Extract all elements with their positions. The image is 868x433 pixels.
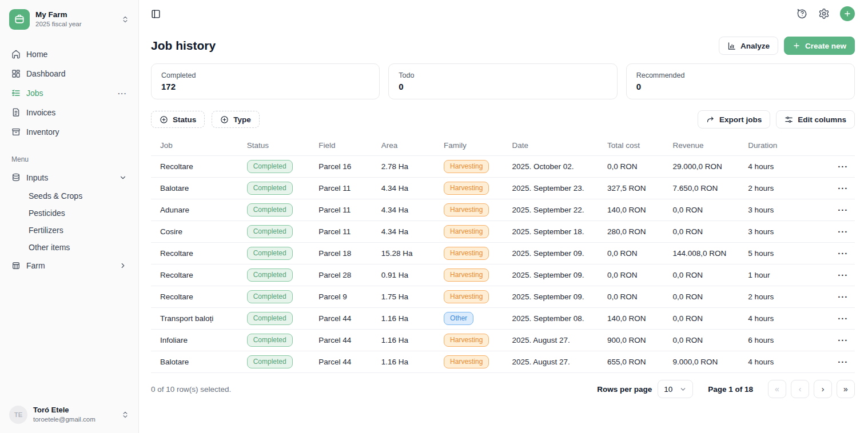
sidebar-item-jobs[interactable]: Jobs ··· <box>7 83 132 103</box>
sidebar-item-home[interactable]: Home <box>7 45 132 64</box>
col-header-field[interactable]: Field <box>309 137 372 156</box>
date-cell: 2025. October 02. <box>503 156 598 178</box>
revenue-cell: 0,0 RON <box>663 330 739 351</box>
table-row[interactable]: Adunare Completed Parcel 11 4.34 Ha Harv… <box>151 199 855 221</box>
status-badge: Completed <box>247 203 293 217</box>
row-actions-button[interactable]: ··· <box>835 247 850 259</box>
next-page-button[interactable]: › <box>814 380 832 398</box>
table-row[interactable]: Cosire Completed Parcel 11 4.34 Ha Harve… <box>151 221 855 243</box>
user-email: toroetele@gmail.com <box>33 415 116 424</box>
user-menu[interactable]: TE Toró Etele toroetele@gmail.com <box>7 402 132 427</box>
sidebar-toggle-button[interactable] <box>151 9 161 19</box>
actions-cell: ··· <box>826 286 855 308</box>
row-actions-button[interactable]: ··· <box>835 182 850 194</box>
stat-label: Todo <box>399 71 607 79</box>
export-jobs-label: Export jobs <box>719 115 762 124</box>
prev-page-button[interactable]: ‹ <box>791 380 809 398</box>
quick-add-button[interactable] <box>840 6 855 21</box>
col-header-total-cost[interactable]: Total cost <box>598 137 663 156</box>
sidebar-item-label: Jobs <box>26 89 112 98</box>
family-badge: Harvesting <box>444 290 489 304</box>
sidebar-item-inventory[interactable]: Inventory <box>7 122 132 142</box>
sidebar-item-fertilizers[interactable]: Fertilizers <box>7 222 132 239</box>
inventory-box-icon <box>11 127 21 137</box>
area-cell: 1.16 Ha <box>372 330 435 351</box>
row-actions-button[interactable]: ··· <box>835 161 850 173</box>
date-cell: 2025. September 09. <box>503 243 598 264</box>
table-row[interactable]: Balotare Completed Parcel 44 1.16 Ha Har… <box>151 351 855 373</box>
rows-per-page-value: 10 <box>664 385 672 394</box>
sidebar-item-seeds-crops[interactable]: Seeds & Crops <box>7 187 132 205</box>
export-arrow-icon <box>706 115 715 124</box>
col-header-family[interactable]: Family <box>435 137 503 156</box>
table-row[interactable]: Balotare Completed Parcel 11 4.34 Ha Har… <box>151 178 855 199</box>
sidebar: My Farm 2025 fiscal year Home Dashboard … <box>0 0 139 433</box>
chevron-down-icon <box>679 386 687 393</box>
table-footer: 0 of 10 row(s) selected. Rows per page 1… <box>151 380 855 398</box>
type-filter-button[interactable]: Type <box>212 111 260 128</box>
sidebar-item-invoices[interactable]: Invoices <box>7 103 132 122</box>
row-actions-button[interactable]: ··· <box>835 312 850 324</box>
field-cell: Parcel 18 <box>309 243 372 264</box>
revenue-cell: 0,0 RON <box>663 286 739 308</box>
family-cell: Harvesting <box>435 330 503 351</box>
create-new-button[interactable]: Create new <box>784 37 855 55</box>
date-cell: 2025. September 08. <box>503 308 598 330</box>
first-page-button[interactable]: « <box>768 380 786 398</box>
row-actions-button[interactable]: ··· <box>835 356 850 368</box>
table-row[interactable]: Recoltare Completed Parcel 9 1.75 Ha Har… <box>151 286 855 308</box>
col-header-status[interactable]: Status <box>238 137 310 156</box>
duration-cell: 3 hours <box>739 221 826 243</box>
edit-columns-button[interactable]: Edit columns <box>776 110 855 129</box>
family-badge: Harvesting <box>444 355 489 369</box>
table-row[interactable]: Transport baloți Completed Parcel 44 1.1… <box>151 308 855 330</box>
analyze-button[interactable]: Analyze <box>719 37 778 55</box>
col-header-duration[interactable]: Duration <box>739 137 826 156</box>
export-jobs-button[interactable]: Export jobs <box>698 110 770 129</box>
duration-cell: 3 hours <box>739 199 826 221</box>
col-header-job[interactable]: Job <box>151 137 238 156</box>
revenue-cell: 9.000,0 RON <box>663 351 739 373</box>
main-content: Job history Analyze Create new Completed… <box>139 0 868 433</box>
status-badge: Completed <box>247 247 293 260</box>
family-badge: Other <box>444 312 473 326</box>
row-actions-button[interactable]: ··· <box>835 226 850 238</box>
status-cell: Completed <box>238 264 310 286</box>
sidebar-item-other-items[interactable]: Other items <box>7 239 132 256</box>
job-cell: Balotare <box>151 351 238 373</box>
col-header-area[interactable]: Area <box>372 137 435 156</box>
duration-cell: 1 hour <box>739 264 826 286</box>
help-icon[interactable] <box>797 8 808 19</box>
col-header-date[interactable]: Date <box>503 137 598 156</box>
rows-per-page-label: Rows per page <box>597 385 652 394</box>
farm-switcher[interactable]: My Farm 2025 fiscal year <box>7 7 132 32</box>
row-actions-button[interactable]: ··· <box>835 334 850 346</box>
sidebar-item-pesticides[interactable]: Pesticides <box>7 205 132 222</box>
status-cell: Completed <box>238 286 310 308</box>
status-cell: Completed <box>238 178 310 199</box>
area-cell: 2.78 Ha <box>372 156 435 178</box>
settings-gear-icon[interactable] <box>818 8 830 19</box>
sidebar-item-farm[interactable]: Farm <box>7 256 132 275</box>
status-filter-button[interactable]: Status <box>151 111 205 128</box>
sidebar-item-dashboard[interactable]: Dashboard <box>7 64 132 83</box>
family-cell: Harvesting <box>435 286 503 308</box>
rows-per-page-select[interactable]: 10 <box>658 380 693 398</box>
col-header-revenue[interactable]: Revenue <box>663 137 739 156</box>
row-actions-button[interactable]: ··· <box>835 204 850 216</box>
row-actions-button[interactable]: ··· <box>835 291 850 303</box>
sidebar-item-inputs[interactable]: Inputs <box>7 168 132 187</box>
family-cell: Harvesting <box>435 178 503 199</box>
status-cell: Completed <box>238 330 310 351</box>
table-row[interactable]: Recoltare Completed Parcel 18 15.28 Ha H… <box>151 243 855 264</box>
row-actions-button[interactable]: ··· <box>835 269 850 281</box>
last-page-button[interactable]: » <box>837 380 855 398</box>
table-row[interactable]: Infoliare Completed Parcel 44 1.16 Ha Ha… <box>151 330 855 351</box>
jobs-more-button[interactable]: ··· <box>118 89 127 98</box>
total-cost-cell: 140,0 RON <box>598 308 663 330</box>
field-cell: Parcel 28 <box>309 264 372 286</box>
duration-cell: 2 hours <box>739 178 826 199</box>
table-row[interactable]: Recoltare Completed Parcel 28 0.91 Ha Ha… <box>151 264 855 286</box>
job-cell: Balotare <box>151 178 238 199</box>
table-row[interactable]: Recoltare Completed Parcel 16 2.78 Ha Ha… <box>151 156 855 178</box>
